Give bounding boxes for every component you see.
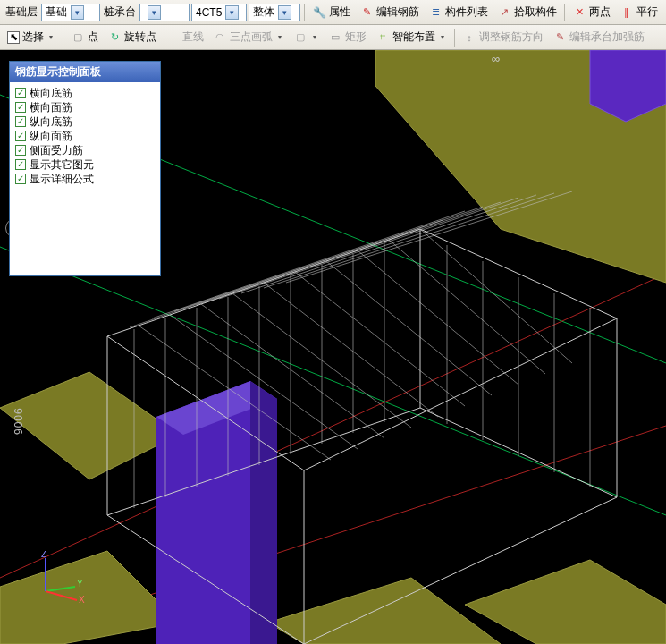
panel-title: 钢筋显示控制面板: [10, 62, 160, 82]
svg-line-35: [389, 240, 545, 374]
edit-rebar-button[interactable]: 编辑钢筋: [356, 3, 423, 22]
line-icon: [165, 30, 180, 45]
smart-icon: [375, 30, 390, 45]
checkbox-icon[interactable]: [15, 131, 26, 141]
pick-icon: [497, 5, 511, 20]
list-icon: [428, 5, 443, 20]
checkbox-row[interactable]: 显示详细公式: [15, 172, 155, 186]
point-icon: [71, 30, 85, 45]
svg-line-36: [420, 229, 572, 363]
properties-button[interactable]: 属性: [308, 3, 354, 22]
checkbox-icon[interactable]: [15, 88, 26, 98]
checkbox-row[interactable]: 横向面筋: [15, 100, 155, 114]
layer-dropdown[interactable]: 基础 ▾: [41, 4, 100, 21]
chevron-down-icon: [438, 30, 447, 45]
three-point-arc-button[interactable]: 三点画弧: [209, 28, 288, 47]
adjust-rebar-direction-button[interactable]: 调整钢筋方向: [459, 28, 547, 47]
checkbox-row[interactable]: 横向底筋: [15, 86, 155, 100]
rotate-icon: [107, 30, 122, 45]
rebar-display-panel[interactable]: 钢筋显示控制面板 横向底筋 横向面筋 纵向底筋 纵向面筋 侧面受力筋 显示其它图…: [9, 61, 161, 276]
svg-line-21: [174, 207, 483, 311]
chevron-down-icon: [310, 30, 319, 45]
panel-body: 横向底筋 横向面筋 纵向底筋 纵向面筋 侧面受力筋 显示其它图元 显示详细公式: [10, 82, 160, 275]
checkbox-icon[interactable]: [15, 159, 26, 170]
svg-line-33: [326, 261, 492, 395]
checkbox-row[interactable]: 显示其它图元: [15, 157, 155, 172]
checkbox-row[interactable]: 侧面受力筋: [15, 143, 155, 157]
chevron-down-icon: ▾: [148, 5, 161, 20]
svg-marker-7: [465, 560, 666, 644]
toolbar-row-2: 选择 点 旋转点 直线 三点画弧 ▢ 矩形 智能布置 调整钢筋方向 编辑承台加强…: [0, 25, 666, 50]
layer-label: 基础层: [4, 4, 39, 20]
point-button[interactable]: 点: [67, 28, 102, 47]
component-type-dropdown[interactable]: 桩承台 ▾: [139, 4, 190, 21]
rotate-point-button[interactable]: 旋转点: [104, 28, 160, 47]
component-name-dropdown[interactable]: 4CT5 ▾: [191, 4, 247, 21]
infinity-label: ∞: [492, 52, 500, 65]
parallel-button[interactable]: 平行: [616, 3, 662, 22]
separator: [564, 4, 565, 21]
square-icon: ▢: [293, 30, 308, 45]
chevron-down-icon: ▾: [225, 5, 239, 20]
unknown-button-1[interactable]: ▢: [290, 28, 323, 47]
chevron-down-icon: [46, 30, 55, 45]
separator: [454, 29, 455, 47]
edit-icon: [552, 30, 567, 45]
rect-icon: [328, 30, 342, 45]
smart-layout-button[interactable]: 智能布置: [372, 28, 451, 47]
component-list-button[interactable]: 构件列表: [425, 3, 492, 22]
pick-component-button[interactable]: 拾取构件: [493, 3, 561, 22]
two-points-button[interactable]: 两点: [569, 3, 614, 22]
svg-marker-4: [0, 372, 179, 479]
separator: [304, 4, 305, 21]
select-button[interactable]: 选择: [4, 28, 59, 47]
rect-button[interactable]: 矩形: [325, 28, 370, 47]
svg-line-32: [295, 272, 465, 406]
arc-icon: [213, 30, 227, 45]
checkbox-icon[interactable]: [15, 102, 26, 113]
separator: [63, 29, 63, 47]
checkbox-icon[interactable]: [15, 116, 26, 127]
component-type-label: 桩承台: [102, 4, 138, 20]
chevron-down-icon: ▾: [278, 5, 291, 20]
svg-line-25: [264, 193, 554, 288]
edit-cap-rebar-button[interactable]: 编辑承台加强筋: [549, 28, 648, 47]
checkbox-icon[interactable]: [15, 145, 26, 156]
svg-line-34: [358, 250, 518, 385]
checkbox-icon[interactable]: [15, 174, 26, 184]
chevron-down-icon: [275, 30, 284, 45]
adjust-icon: [462, 30, 476, 45]
view-dropdown[interactable]: 整体 ▾: [249, 4, 300, 21]
svg-marker-5: [0, 551, 179, 644]
svg-marker-12: [250, 381, 277, 644]
pencil-icon: [359, 5, 374, 20]
line-button[interactable]: 直线: [162, 28, 207, 47]
svg-line-23: [219, 198, 518, 299]
svg-marker-8: [268, 578, 501, 644]
svg-line-22: [197, 202, 501, 305]
checkbox-row[interactable]: 纵向底筋: [15, 114, 155, 129]
two-points-icon: [572, 5, 586, 20]
cursor-icon: [7, 31, 20, 44]
toolbar-row-1: 基础层 基础 ▾ 桩承台 桩承台 ▾ 4CT5 ▾ 整体 ▾ 属性 编辑钢筋 构…: [0, 0, 666, 25]
chevron-down-icon: ▾: [71, 5, 84, 20]
checkbox-row[interactable]: 纵向面筋: [15, 129, 155, 143]
parallel-icon: [620, 5, 634, 20]
dimension-label: 9006: [13, 407, 25, 435]
svg-line-31: [264, 283, 438, 417]
wrench-icon: [312, 5, 326, 20]
